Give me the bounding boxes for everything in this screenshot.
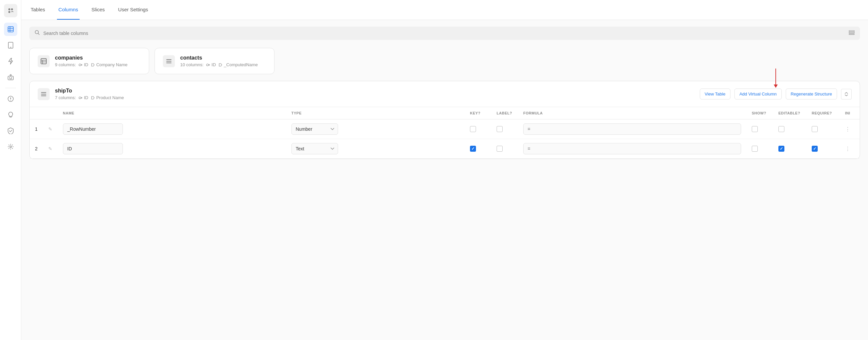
svg-point-29 <box>79 64 81 66</box>
contacts-key-col: ID <box>206 62 216 67</box>
contacts-info: contacts 10 columns: ID <box>180 55 258 67</box>
col-header-formula: FORMULA <box>518 107 746 120</box>
add-virtual-column-button[interactable]: Add Virtual Column <box>735 89 782 99</box>
sidebar-item-lightbulb[interactable] <box>4 108 17 122</box>
row-1-formula-cell: = <box>518 120 746 139</box>
col-header-num <box>30 107 43 120</box>
sidebar-item-settings[interactable] <box>4 140 17 154</box>
row-1-show-cell <box>746 120 773 139</box>
row-1-show-checkbox[interactable] <box>752 126 758 132</box>
svg-rect-23 <box>849 32 854 33</box>
row-2-show-checkbox[interactable] <box>752 146 758 152</box>
row-2-key-cell <box>465 139 491 159</box>
shipto-section: shipTo 7 columns: ID <box>29 81 860 159</box>
sidebar-divider-1 <box>5 88 16 88</box>
row-1-key-checkbox[interactable] <box>470 126 476 132</box>
sidebar-item-bot[interactable] <box>4 71 17 84</box>
view-table-button[interactable]: View Table <box>700 89 731 99</box>
sidebar-logo[interactable] <box>4 4 17 17</box>
svg-point-17 <box>10 100 11 100</box>
shipto-header: shipTo 7 columns: ID <box>30 81 860 107</box>
svg-point-37 <box>79 97 81 99</box>
col-header-editable: EDITABLE? <box>773 107 806 120</box>
columns-table: NAME TYPE KEY? LABEL? FORMULA SHOW? EDIT… <box>30 107 860 159</box>
table-card-companies[interactable]: companies 9 columns: ID <box>29 48 149 74</box>
svg-point-2 <box>8 11 10 13</box>
svg-point-33 <box>207 64 209 66</box>
svg-rect-9 <box>8 76 13 80</box>
sidebar-item-mobile[interactable] <box>4 39 17 52</box>
row-1-require-checkbox[interactable] <box>812 126 818 132</box>
search-icon <box>35 30 40 37</box>
contacts-label-col: _ComputedName <box>218 62 258 67</box>
tab-slices[interactable]: Slices <box>90 0 106 20</box>
edit-pencil-icon[interactable]: ✎ <box>48 127 52 132</box>
row-1-editable-checkbox[interactable] <box>778 126 784 132</box>
row-1-more-icon[interactable]: ⋮ <box>845 127 850 132</box>
row-1-name-cell <box>58 120 286 139</box>
shipto-meta: 7 columns: ID Product <box>55 95 124 100</box>
edit-pencil-icon[interactable]: ✎ <box>48 146 52 151</box>
contacts-name: contacts <box>180 55 258 61</box>
table-row: 1 ✎ Number Text Date Boolea <box>30 120 860 139</box>
row-2-name-input[interactable] <box>63 143 123 155</box>
row-2-type-select[interactable]: Text Number Date Boolean <box>291 143 338 155</box>
row-2-name-cell <box>58 139 286 159</box>
companies-meta: 9 columns: ID Company <box>55 62 128 67</box>
table-card-contacts[interactable]: contacts 10 columns: ID <box>155 48 275 74</box>
row-1-key-cell <box>465 120 491 139</box>
row-2-formula-field[interactable]: = <box>523 143 741 155</box>
companies-icon <box>38 55 50 67</box>
contacts-meta: 10 columns: ID _Comput <box>180 62 258 67</box>
tab-user-settings[interactable]: User Settings <box>117 0 150 20</box>
layout-icon <box>849 30 855 36</box>
svg-point-13 <box>11 77 12 78</box>
row-2-show-cell <box>746 139 773 159</box>
row-2-editable-checkbox[interactable] <box>778 146 784 152</box>
sidebar-item-alert[interactable] <box>4 92 17 105</box>
regenerate-structure-button[interactable]: Regenerate Structure <box>786 89 837 99</box>
col-header-key: KEY? <box>465 107 491 120</box>
columns-table-body: 1 ✎ Number Text Date Boolea <box>30 120 860 159</box>
row-2-require-checkbox[interactable] <box>812 146 818 152</box>
shipto-label-col: Product Name <box>91 95 124 100</box>
companies-label-col: Company Name <box>91 62 128 67</box>
row-1-require-cell <box>806 120 840 139</box>
svg-point-12 <box>9 77 10 78</box>
svg-point-0 <box>8 8 10 10</box>
main-content: Tables Columns Slices User Settings <box>21 0 868 340</box>
row-2-key-checkbox[interactable] <box>470 146 476 152</box>
table-row: 2 ✎ Text Number Date Boolea <box>30 139 860 159</box>
col-header-edit <box>43 107 58 120</box>
sidebar-item-tables[interactable] <box>4 23 17 36</box>
row-1-edit[interactable]: ✎ <box>43 120 58 139</box>
row-2-more-icon[interactable]: ⋮ <box>845 146 850 152</box>
svg-rect-25 <box>41 59 46 64</box>
sidebar <box>0 0 21 340</box>
search-input[interactable] <box>43 31 845 36</box>
row-2-formula-cell: = <box>518 139 746 159</box>
row-2-edit[interactable]: ✎ <box>43 139 58 159</box>
col-header-type: TYPE <box>286 107 465 120</box>
row-2-more-cell: ⋮ <box>840 139 860 159</box>
col-header-name: NAME <box>58 107 286 120</box>
tab-tables[interactable]: Tables <box>29 0 46 20</box>
row-1-name-input[interactable] <box>63 124 123 135</box>
svg-rect-3 <box>8 27 13 32</box>
row-1-formula-field[interactable]: = <box>523 124 741 135</box>
svg-point-19 <box>10 146 11 148</box>
col-header-require: REQUIRE? <box>806 107 840 120</box>
row-2-require-cell <box>806 139 840 159</box>
shipto-name: shipTo <box>55 88 124 94</box>
row-1-label-checkbox[interactable] <box>497 126 503 132</box>
row-2-label-checkbox[interactable] <box>497 146 503 152</box>
row-1-type-select[interactable]: Number Text Date Boolean <box>291 124 338 135</box>
svg-rect-22 <box>849 31 854 32</box>
svg-point-10 <box>10 74 11 76</box>
sidebar-item-lightning[interactable] <box>4 55 17 68</box>
row-1-type-cell: Number Text Date Boolean <box>286 120 465 139</box>
tab-columns[interactable]: Columns <box>57 0 79 20</box>
expand-toggle[interactable] <box>841 89 852 99</box>
sidebar-item-shield[interactable] <box>4 124 17 137</box>
row-2-editable-cell <box>773 139 806 159</box>
